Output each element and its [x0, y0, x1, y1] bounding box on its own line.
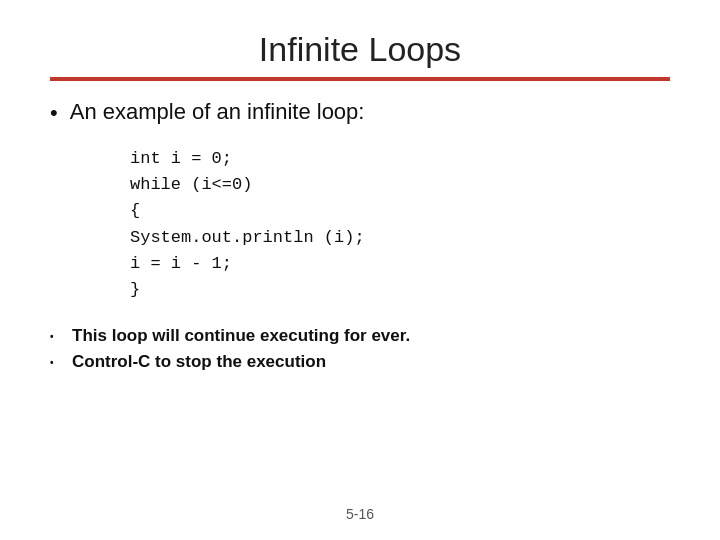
code-line-6: } — [130, 277, 670, 303]
sub-bullet-dot-2: • — [50, 357, 62, 368]
main-bullet-item: • An example of an infinite loop: — [50, 99, 670, 128]
slide-title: Infinite Loops — [50, 30, 670, 69]
red-divider — [50, 77, 670, 81]
slide: Infinite Loops • An example of an infini… — [0, 0, 720, 540]
main-bullet-dot: • — [50, 99, 58, 128]
code-block: int i = 0; while (i<=0) { System.out.pri… — [130, 146, 670, 304]
page-number: 5-16 — [346, 506, 374, 522]
code-line-1: int i = 0; — [130, 146, 670, 172]
code-line-4: System.out.println (i); — [130, 225, 670, 251]
code-line-3: { — [130, 198, 670, 224]
sub-bullet-item-2: • Control-C to stop the execution — [50, 352, 670, 372]
title-section: Infinite Loops — [50, 30, 670, 69]
code-line-2: while (i<=0) — [130, 172, 670, 198]
sub-bullet-item-1: • This loop will continue executing for … — [50, 326, 670, 346]
sub-bullet-text-2: Control-C to stop the execution — [72, 352, 326, 372]
sub-bullet-list: • This loop will continue executing for … — [50, 326, 670, 372]
main-bullet-text: An example of an infinite loop: — [70, 99, 365, 125]
sub-bullet-text-1: This loop will continue executing for ev… — [72, 326, 410, 346]
sub-bullet-dot-1: • — [50, 331, 62, 342]
code-line-5: i = i - 1; — [130, 251, 670, 277]
